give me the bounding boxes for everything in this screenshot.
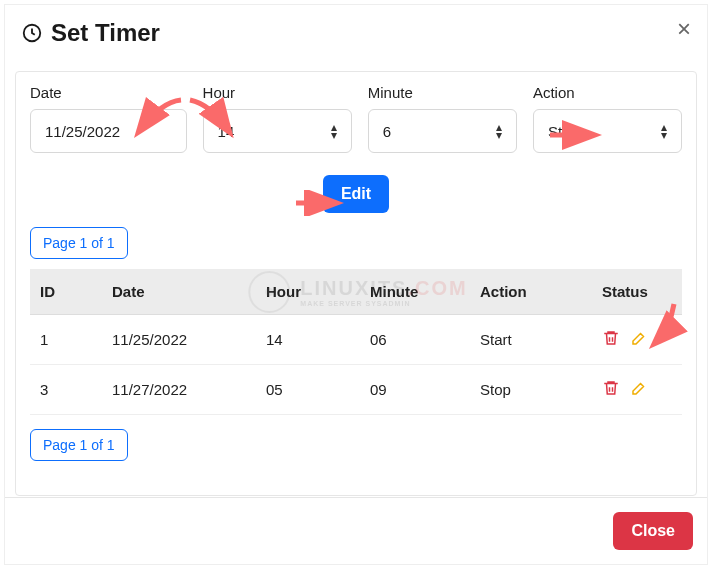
modal-title: Set Timer <box>21 19 160 47</box>
date-input[interactable]: 11/25/2022 <box>30 109 187 153</box>
cell-action: Stop <box>470 365 592 415</box>
caret-icon: ▴▾ <box>661 123 667 139</box>
form-card: Date 11/25/2022 Hour 14 ▴▾ Minute 6 ▴▾ <box>15 71 697 496</box>
action-group: Action Start ▴▾ <box>533 84 682 153</box>
close-icon[interactable]: × <box>677 15 691 43</box>
caret-icon: ▴▾ <box>331 123 337 139</box>
col-minute: Minute <box>360 269 470 315</box>
close-button[interactable]: Close <box>613 512 693 550</box>
edit-row-icon[interactable] <box>630 329 648 350</box>
caret-icon: ▴▾ <box>496 123 502 139</box>
cell-hour: 14 <box>256 315 360 365</box>
edit-button[interactable]: Edit <box>323 175 389 213</box>
date-value: 11/25/2022 <box>45 123 120 140</box>
trash-icon[interactable] <box>602 379 620 400</box>
cell-date: 11/27/2022 <box>102 365 256 415</box>
cell-id: 1 <box>30 315 102 365</box>
minute-value: 6 <box>383 123 391 140</box>
cell-minute: 06 <box>360 315 470 365</box>
pager-bottom[interactable]: Page 1 of 1 <box>30 429 128 461</box>
table-header-row: ID Date Hour Minute Action Status <box>30 269 682 315</box>
clock-icon <box>21 22 43 44</box>
pager-label: Page 1 of 1 <box>43 235 115 251</box>
hour-group: Hour 14 ▴▾ <box>203 84 352 153</box>
col-action: Action <box>470 269 592 315</box>
edit-row-icon[interactable] <box>630 379 648 400</box>
minute-label: Minute <box>368 84 517 101</box>
cell-id: 3 <box>30 365 102 415</box>
cell-action: Start <box>470 315 592 365</box>
minute-group: Minute 6 ▴▾ <box>368 84 517 153</box>
col-date: Date <box>102 269 256 315</box>
date-label: Date <box>30 84 187 101</box>
modal-header: Set Timer × <box>5 5 707 57</box>
cell-minute: 09 <box>360 365 470 415</box>
hour-label: Hour <box>203 84 352 101</box>
timer-table: ID Date Hour Minute Action Status 1 11/2… <box>30 269 682 415</box>
cell-hour: 05 <box>256 365 360 415</box>
trash-icon[interactable] <box>602 329 620 350</box>
cell-date: 11/25/2022 <box>102 315 256 365</box>
hour-value: 14 <box>218 123 235 140</box>
action-value: Start <box>548 123 580 140</box>
hour-select[interactable]: 14 ▴▾ <box>203 109 352 153</box>
form-row: Date 11/25/2022 Hour 14 ▴▾ Minute 6 ▴▾ <box>30 84 682 153</box>
edit-row: Edit <box>30 175 682 213</box>
date-group: Date 11/25/2022 <box>30 84 187 153</box>
modal-footer: Close <box>5 497 707 564</box>
pager-top[interactable]: Page 1 of 1 <box>30 227 128 259</box>
cell-status <box>592 365 682 415</box>
col-hour: Hour <box>256 269 360 315</box>
col-status: Status <box>592 269 682 315</box>
set-timer-modal: Set Timer × Date 11/25/2022 Hour 14 ▴▾ M… <box>4 4 708 565</box>
col-id: ID <box>30 269 102 315</box>
action-select[interactable]: Start ▴▾ <box>533 109 682 153</box>
table-row: 3 11/27/2022 05 09 Stop <box>30 365 682 415</box>
minute-select[interactable]: 6 ▴▾ <box>368 109 517 153</box>
action-label: Action <box>533 84 682 101</box>
pager-label: Page 1 of 1 <box>43 437 115 453</box>
table-row: 1 11/25/2022 14 06 Start <box>30 315 682 365</box>
modal-title-text: Set Timer <box>51 19 160 47</box>
cell-status <box>592 315 682 365</box>
